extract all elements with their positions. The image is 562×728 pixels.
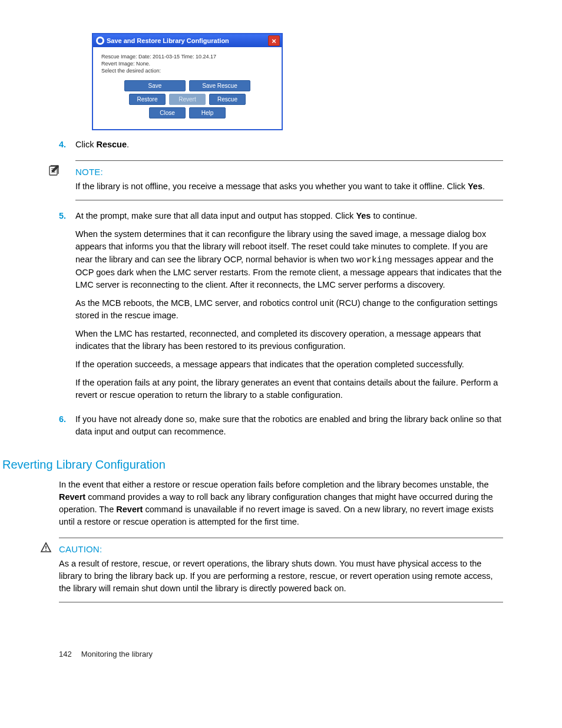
step-4: 4. Click Rescue. [59, 139, 503, 151]
close-icon[interactable]: × [268, 35, 280, 46]
step-6: 6. If you have not already done so, make… [59, 413, 503, 444]
caution-admonition: CAUTION: As a result of restore, rescue,… [59, 538, 503, 602]
svg-point-5 [45, 549, 47, 551]
restore-button[interactable]: Restore [129, 94, 166, 105]
section-heading-reverting: Reverting Library Configuration [2, 458, 503, 472]
step-5-p4: When the LMC has restarted, reconnected,… [75, 328, 503, 353]
rescue-button[interactable]: Rescue [209, 94, 246, 105]
rescue-image-line: Rescue Image: Date: 2011-03-15 Time: 10.… [101, 53, 273, 60]
step-5-p6: If the operation fails at any point, the… [75, 377, 503, 401]
hp-logo-icon [96, 37, 104, 45]
dialog-buttons-row-2: Restore Revert Rescue [101, 94, 273, 105]
step-6-text: If you have not already done so, make su… [75, 413, 503, 438]
step-5-yes-bold: Yes [356, 211, 371, 220]
note-title: NOTE: [75, 167, 503, 177]
note-body-yes: Yes [468, 182, 482, 191]
step-6-number: 6. [59, 413, 75, 444]
step-5-line1-c: to continue. [371, 211, 417, 220]
caution-title: CAUTION: [59, 544, 503, 554]
help-button[interactable]: Help [189, 107, 226, 118]
revert-button: Revert [169, 94, 206, 105]
step-4-rescue-bold: Rescue [96, 140, 127, 149]
save-button[interactable]: Save [124, 80, 186, 91]
step-4-text-c: . [127, 140, 129, 149]
step-5-number: 5. [59, 210, 75, 407]
note-body-a: If the library is not offline, you recei… [75, 182, 468, 191]
dialog-buttons-row-3: Close Help [101, 107, 273, 118]
revert-p-d: Revert [116, 505, 143, 514]
dialog-save-restore: Save and Restore Library Configuration ×… [92, 33, 283, 130]
note-body: If the library is not offline, you recei… [75, 180, 503, 193]
caution-icon [40, 542, 52, 554]
page-number: 142 [59, 650, 72, 658]
page-footer: 142 Monitoring the library [59, 650, 503, 658]
footer-section: Monitoring the library [81, 650, 153, 658]
dialog-info-text: Rescue Image: Date: 2011-03-15 Time: 10.… [101, 53, 273, 74]
reverting-paragraph: In the event that either a restore or re… [59, 479, 503, 528]
step-5: 5. At the prompt, make sure that all dat… [59, 210, 503, 407]
caution-body: As a result of restore, rescue, or rever… [59, 558, 503, 595]
dialog-title: Save and Restore Library Configuration [107, 37, 229, 44]
select-action-line: Select the desired action: [101, 67, 273, 74]
dialog-titlebar: Save and Restore Library Configuration × [93, 34, 282, 47]
note-admonition: NOTE: If the library is not offline, you… [75, 160, 503, 200]
step-4-text-a: Click [75, 140, 96, 149]
dialog-body: Rescue Image: Date: 2011-03-15 Time: 10.… [93, 47, 282, 129]
step-5-p5: If the operation succeeds, a message app… [75, 358, 503, 371]
step-4-number: 4. [59, 139, 75, 151]
revert-p-a: In the event that either a restore or re… [59, 480, 488, 489]
note-icon [48, 164, 60, 176]
revert-p-b: Revert [59, 492, 85, 502]
dialog-buttons-row-1: Save Save Rescue [101, 80, 273, 91]
step-5-p2-code: working [356, 255, 392, 265]
note-body-c: . [482, 182, 485, 191]
revert-image-line: Revert Image: None. [101, 60, 273, 67]
close-button[interactable]: Close [149, 107, 186, 118]
save-rescue-button[interactable]: Save Rescue [189, 80, 250, 91]
step-5-p3: As the MCB reboots, the MCB, LMC server,… [75, 297, 503, 322]
step-5-line1-a: At the prompt, make sure that all data i… [75, 211, 356, 220]
